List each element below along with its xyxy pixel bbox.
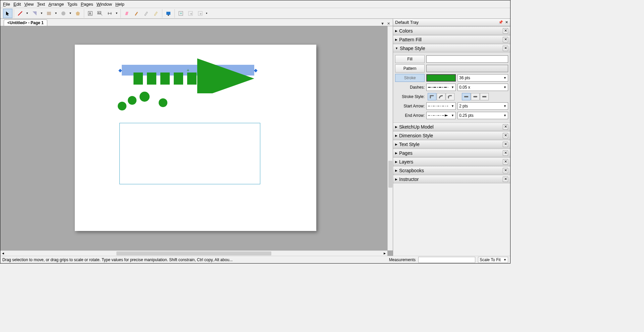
panel-layers[interactable]: ▶Layers✕ [393, 157, 510, 166]
text-tool[interactable]: A [86, 9, 95, 18]
svg-text:◄: ◄ [189, 12, 193, 15]
panel-sketchup-model[interactable]: ▶SketchUp Model✕ [393, 123, 510, 131]
panel-close-icon[interactable]: ✕ [503, 133, 508, 138]
pattern-button[interactable]: Pattern [395, 64, 425, 73]
menu-help[interactable]: Help [115, 2, 124, 7]
cap-style-group [462, 93, 489, 100]
panel-close-icon[interactable]: ✕ [503, 168, 508, 173]
line-tool[interactable]: ▼ [15, 9, 30, 18]
prev-page-tool[interactable]: ◄ [186, 9, 195, 18]
panel-close-icon[interactable]: ✕ [503, 124, 508, 130]
close-icon[interactable]: ✕ [505, 20, 508, 25]
menu-text[interactable]: Text [37, 2, 45, 7]
panel-instructor[interactable]: ▶Instructor✕ [393, 175, 510, 183]
presentation-tool[interactable] [164, 9, 173, 18]
arrow-shape[interactable] [122, 53, 263, 93]
menu-tools[interactable]: Tools [67, 2, 77, 7]
panel-close-icon[interactable]: ✕ [503, 46, 508, 51]
dot-shape[interactable] [159, 98, 167, 107]
menu-edit[interactable]: Edit [13, 2, 21, 7]
status-bar: Drag selection to move, or drag grips to… [0, 256, 510, 263]
panel-colors[interactable]: ▶Colors✕ [393, 27, 510, 35]
dot-shape[interactable] [140, 92, 150, 102]
fill-swatch[interactable] [426, 55, 508, 63]
panel-close-icon[interactable]: ✕ [503, 150, 508, 156]
end-arrow-size-dropdown[interactable]: 0.25 pts▼ [458, 112, 508, 119]
panel-pages[interactable]: ▶Pages✕ [393, 149, 510, 157]
svg-marker-3 [76, 11, 80, 15]
panel-close-icon[interactable]: ✕ [503, 28, 508, 34]
document-tab[interactable]: <Untitled> - Page 1 [4, 19, 47, 26]
menu-window[interactable]: Window [97, 2, 112, 7]
pattern-swatch[interactable] [426, 65, 508, 72]
dashes-pattern-dropdown[interactable]: ▼ [426, 84, 456, 91]
panel-text-style[interactable]: ▶Text Style✕ [393, 140, 510, 148]
corner-round[interactable] [437, 93, 445, 100]
join-tool[interactable] [151, 9, 161, 18]
menu-file[interactable]: File [3, 2, 10, 7]
menu-arrange[interactable]: Arrange [48, 2, 64, 7]
panel-scrapbooks[interactable]: ▶Scrapbooks✕ [393, 166, 510, 175]
stroke-size-dropdown[interactable]: 36 pts▼ [458, 74, 508, 82]
label-tool[interactable]: A1 [95, 9, 105, 18]
svg-line-8 [101, 14, 102, 15]
panel-shape-style[interactable]: ▼Shape Style✕ [393, 44, 510, 52]
vertical-scrollbar[interactable] [387, 26, 393, 250]
circle-tool[interactable]: ▼ [59, 9, 73, 18]
add-page-tool[interactable]: + [176, 9, 185, 18]
svg-marker-12 [125, 12, 128, 15]
polygon-tool[interactable] [73, 9, 83, 18]
start-arrow-dropdown[interactable]: ▼ [426, 102, 456, 110]
select-tool[interactable] [3, 9, 12, 18]
menu-view[interactable]: View [24, 2, 34, 7]
tray-header[interactable]: Default Tray 📌 ✕ [393, 19, 510, 26]
start-arrow-size-dropdown[interactable]: 2 pts▼ [458, 102, 508, 110]
arc-tool[interactable]: ▼ [30, 9, 44, 18]
status-hint: Drag selection to move, or drag grips to… [2, 257, 386, 262]
horizontal-scrollbar[interactable]: ◄ ► [0, 250, 387, 256]
svg-rect-13 [166, 12, 170, 15]
end-arrow-label: End Arrow: [395, 113, 425, 118]
end-arrow-dropdown[interactable]: ▼ [426, 112, 456, 119]
next-page-tool[interactable]: ► ▾ [196, 9, 208, 18]
corner-bevel[interactable] [446, 93, 454, 100]
panel-close-icon[interactable]: ✕ [503, 177, 508, 182]
measurements-label: Measurements [389, 257, 416, 262]
document-tab-bar: <Untitled> - Page 1 ▼ ✕ [0, 19, 393, 26]
fill-button[interactable]: Fill [395, 55, 425, 63]
panel-close-icon[interactable]: ✕ [503, 159, 508, 164]
menu-pages[interactable]: Pages [81, 2, 93, 7]
cap-square[interactable] [480, 93, 489, 100]
dashes-label: Dashes: [395, 85, 425, 90]
stroke-color-swatch[interactable] [426, 74, 456, 82]
svg-rect-1 [47, 12, 51, 15]
canvas-page[interactable]: ◆ + ◆ [75, 45, 316, 231]
measurements-input[interactable] [418, 257, 475, 263]
panel-pattern-fill[interactable]: ▶Pattern Fill✕ [393, 35, 510, 44]
svg-rect-21 [133, 73, 143, 85]
stroke-button[interactable]: Stroke [395, 74, 425, 82]
dashes-scale-dropdown[interactable]: 0.05 x▼ [458, 84, 508, 91]
panel-dimension-style[interactable]: ▶Dimension Style✕ [393, 131, 510, 140]
svg-marker-33 [445, 114, 448, 116]
split-tool[interactable] [142, 9, 151, 18]
panel-close-icon[interactable]: ✕ [503, 37, 508, 42]
canvas-viewport[interactable]: ◆ + ◆ [0, 26, 393, 256]
style-tool[interactable] [132, 9, 141, 18]
svg-rect-25 [187, 73, 197, 85]
menu-bar: File Edit View Text Arrange Tools Pages … [0, 0, 510, 8]
dimension-tool[interactable]: ▼ [105, 9, 119, 18]
zoom-dropdown[interactable]: Scale To Fit▼ [478, 257, 508, 263]
corner-miter[interactable] [428, 93, 436, 100]
eraser-tool[interactable] [122, 9, 131, 18]
tab-dropdown[interactable]: ▼ [381, 21, 384, 26]
tab-close[interactable]: ✕ [387, 21, 390, 26]
pin-icon[interactable]: 📌 [498, 20, 503, 25]
dot-shape[interactable] [128, 96, 137, 105]
cap-flat[interactable] [462, 93, 471, 100]
panel-close-icon[interactable]: ✕ [503, 142, 508, 147]
cap-round[interactable] [471, 93, 480, 100]
rectangle-shape[interactable] [119, 123, 260, 184]
rect-tool[interactable]: ▼ [44, 9, 58, 18]
dot-shape[interactable] [118, 102, 126, 110]
